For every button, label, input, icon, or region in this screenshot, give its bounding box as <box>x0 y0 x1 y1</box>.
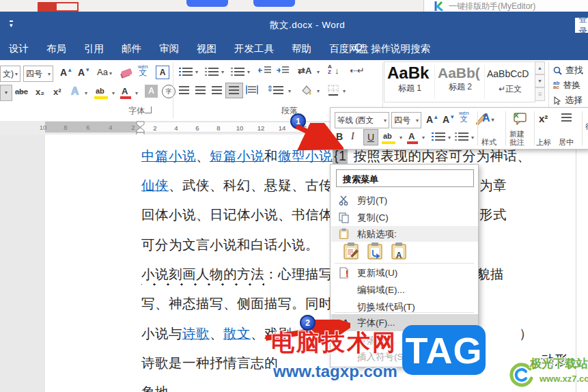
justify-button-active[interactable] <box>225 83 243 98</box>
qat-customize-icon[interactable]: ▾ <box>10 20 13 28</box>
asian-layout-button[interactable]: ⇄A <box>298 66 311 76</box>
menu-item-edit-field[interactable]: 编辑域(E)... <box>331 282 478 298</box>
mini-underline-button-active[interactable]: U <box>363 129 378 145</box>
font-dialog-launcher[interactable] <box>145 107 152 113</box>
mini-numbering-button[interactable] <box>455 131 468 143</box>
style-heading2[interactable]: AaBb( 标题 2 <box>438 65 483 93</box>
mini-superscript-label[interactable]: 上标 <box>536 137 551 148</box>
text-effects-button[interactable]: A <box>71 85 79 98</box>
mini-shrink-font[interactable]: A▼ <box>443 114 455 125</box>
tab-review[interactable]: 审阅 <box>150 42 188 55</box>
mini-center-label[interactable]: 居中 <box>559 137 574 148</box>
doc-line-9[interactable]: 象地 <box>141 383 169 392</box>
borders-icon[interactable] <box>328 85 339 96</box>
font-name-combo[interactable]: 文)▾ <box>0 66 20 82</box>
mini-grow-font[interactable]: A▲ <box>426 114 438 125</box>
tab-design[interactable]: 设计 <box>0 42 38 55</box>
grow-font-button[interactable]: A▲ <box>60 67 72 78</box>
tab-references[interactable]: 引用 <box>75 42 113 55</box>
menu-search-box[interactable]: 搜索菜单 <box>336 169 474 187</box>
align-left-button[interactable] <box>179 86 189 94</box>
mini-highlight-caret[interactable]: ▾ <box>400 135 402 141</box>
doc-line-3[interactable]: 回体小说、日记体小说、书信体小 <box>141 206 346 224</box>
login-button[interactable]: 登录 <box>575 18 588 33</box>
align-center-button[interactable] <box>195 86 206 94</box>
distribute-button[interactable] <box>246 85 258 95</box>
bullets-button[interactable] <box>179 66 193 79</box>
tab-developer[interactable]: 开发工具 <box>225 42 283 55</box>
doc-line-8[interactable]: 诗歌是一种抒情言志的 <box>141 354 278 372</box>
styles-gallery-more[interactable]: ⍗ <box>535 87 545 101</box>
mini-new-comment-label[interactable]: 新建批注 <box>509 130 524 146</box>
enclose-characters-button[interactable]: 字 <box>162 85 176 98</box>
doc-line-2[interactable]: 仙侠、武侠、科幻、悬疑、古传、 <box>141 176 346 195</box>
tab-view[interactable]: 视图 <box>188 42 225 55</box>
mini-font-color-caret[interactable]: ▾ <box>422 135 425 141</box>
mini-superscript-icon[interactable]: x² <box>539 113 548 124</box>
hyperlink-short-story[interactable]: 短篇小说 <box>210 148 264 163</box>
paste-text-only-icon[interactable]: A <box>390 242 409 260</box>
shrink-font-button[interactable]: A▼ <box>78 67 90 78</box>
find-button[interactable]: 查找 <box>553 64 583 76</box>
mini-center-icon[interactable] <box>561 113 572 122</box>
numbering-caret[interactable]: ▾ <box>221 69 224 75</box>
styles-scroll-down[interactable]: ▼ <box>535 74 545 87</box>
mini-styles-icon[interactable]: A▾ <box>482 112 494 124</box>
mini-bullets-caret[interactable]: ▾ <box>448 135 451 141</box>
strikethrough-button[interactable]: abc <box>15 87 28 96</box>
show-hide-marks-button[interactable]: ⇠↵ <box>350 66 365 76</box>
text-effects-caret[interactable]: ▾ <box>85 90 87 96</box>
hyperlink-poetry[interactable]: 诗歌 <box>182 326 210 341</box>
mini-font-color-button[interactable]: A <box>408 131 415 141</box>
tab-help[interactable]: 帮助 <box>283 42 320 55</box>
mini-styles-label[interactable]: 样式 <box>481 137 496 148</box>
multilevel-list-button[interactable] <box>231 66 244 79</box>
tell-me-search[interactable]: 操作说明搜索 <box>371 42 430 55</box>
numbering-button[interactable] <box>205 66 219 79</box>
style-heading1[interactable]: AaBk 标题 1 <box>387 64 432 94</box>
line-spacing-caret[interactable]: ▾ <box>288 88 291 94</box>
underline-split-partial[interactable]: ▾ <box>0 85 12 101</box>
align-right-button[interactable] <box>212 86 222 94</box>
mini-numbering-caret[interactable]: ▾ <box>471 135 474 141</box>
mini-phonetic-button[interactable]: wén 文 <box>459 111 469 122</box>
subscript-button[interactable]: x₂ <box>36 87 44 97</box>
select-button[interactable]: 选择 <box>553 94 583 107</box>
hyperlink-novella[interactable]: 中篇小说 <box>141 148 196 163</box>
mini-bullets-button[interactable] <box>432 131 445 143</box>
line-spacing-button[interactable]: ⇕ <box>266 84 273 94</box>
hyperlink-prose[interactable]: 散文 <box>223 326 251 341</box>
new-comment-icon[interactable] <box>512 111 527 125</box>
character-shading-button[interactable]: A <box>145 85 158 98</box>
decrease-indent-icon[interactable] <box>258 66 272 75</box>
font-color-caret[interactable]: ▾ <box>135 90 138 96</box>
change-case-button[interactable]: Aa▾ <box>97 67 112 77</box>
bullets-caret[interactable]: ▾ <box>195 69 198 75</box>
increase-indent-icon[interactable] <box>276 66 290 75</box>
doc-line-4[interactable]: 可分为文言小说和白话小说。 <box>141 236 319 254</box>
multilevel-caret[interactable]: ▾ <box>247 69 250 75</box>
mini-font-size-combo[interactable]: 四号▾ <box>391 112 421 128</box>
tab-mailings[interactable]: 邮件 <box>113 42 150 55</box>
asian-layout-caret[interactable]: ▾ <box>317 69 320 75</box>
hyperlink-xianxia[interactable]: 仙侠 <box>141 178 169 193</box>
menu-item-update-field[interactable]: ! 更新域(U) <box>331 265 478 281</box>
menu-item-cut[interactable]: 剪切(T) <box>331 193 478 208</box>
font-color-button[interactable]: A <box>122 86 128 96</box>
tab-baidu-netdisk[interactable]: 百度网盘 <box>320 42 378 55</box>
highlight-caret[interactable]: ▾ <box>112 90 115 96</box>
mini-highlight-button[interactable]: ab <box>383 132 392 140</box>
tab-layout[interactable]: 布局 <box>38 42 75 55</box>
font-size-combo[interactable]: 四号▾ <box>23 66 53 82</box>
styles-scroll-up[interactable]: ▲ <box>535 61 545 74</box>
indent-markers[interactable] <box>136 121 145 136</box>
shading-bucket-icon[interactable] <box>300 84 313 96</box>
doc-line-6[interactable]: 写、神态描写、侧面描写。同时, <box>141 294 337 313</box>
replace-button[interactable]: abac 替换 <box>553 79 580 92</box>
menu-item-copy[interactable]: 复制(C) <box>331 210 478 225</box>
paste-keep-source-icon[interactable] <box>342 242 361 260</box>
borders-caret[interactable]: ▾ <box>343 88 346 94</box>
superscript-button[interactable]: x² <box>53 87 61 97</box>
style-normal[interactable]: AaBbCcD ↵正文 <box>487 68 533 95</box>
paste-merge-formatting-icon[interactable] <box>366 242 385 260</box>
